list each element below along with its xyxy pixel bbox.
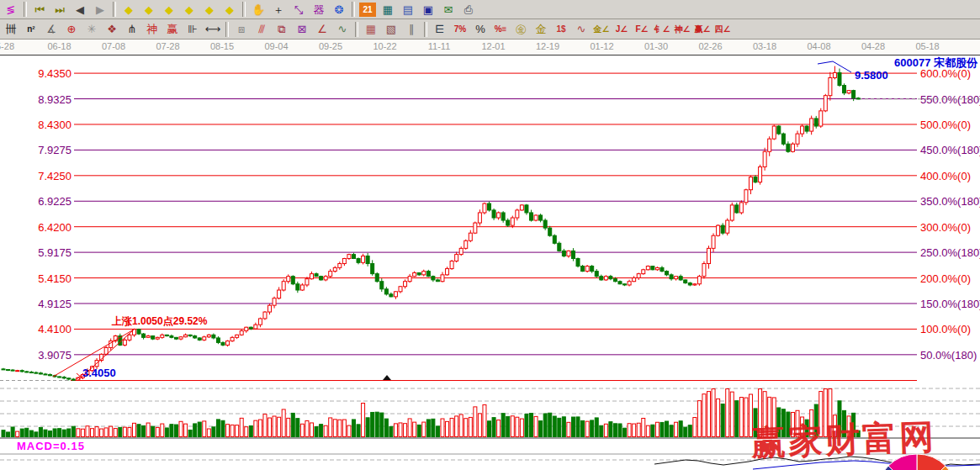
app-window: ≶⏮⏭◀▶◆◆◆◆◆◆✋＋⤡器❂21▦▤▣✉⎙ 卌n²∡⊕✳❖⋔神赢⊪⟷⧈⫻⧉⊠…: [0, 0, 980, 470]
candlestick-chart[interactable]: [0, 0, 980, 470]
